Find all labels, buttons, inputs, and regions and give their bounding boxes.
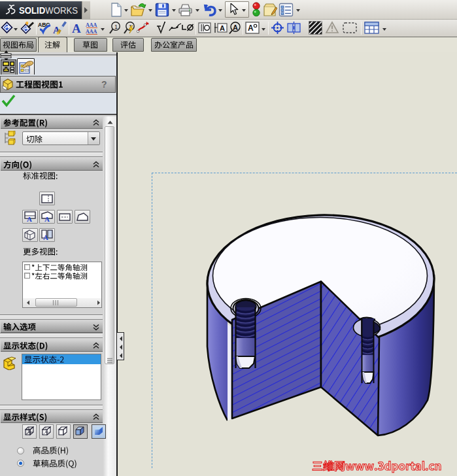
svg-text:AAA: AAA: [86, 29, 97, 35]
svg-text:A: A: [72, 22, 81, 35]
svg-text:A: A: [233, 24, 238, 31]
svg-text:1: 1: [114, 24, 118, 30]
svg-text:AAA: AAA: [86, 22, 97, 28]
svg-text:SOLIDWORKS: SOLIDWORKS: [19, 5, 78, 16]
svg-text:A: A: [43, 233, 48, 241]
svg-text:A: A: [27, 215, 32, 222]
svg-text:A: A: [220, 24, 225, 32]
svg-text:A: A: [44, 215, 50, 222]
svg-text:A: A: [248, 24, 254, 33]
